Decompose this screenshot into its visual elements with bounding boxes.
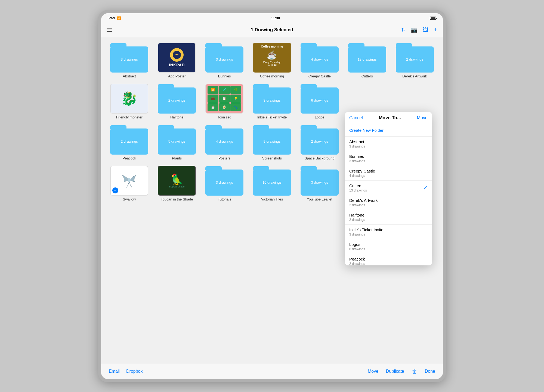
folder-icon: 5 drawings	[158, 125, 196, 155]
folder-icon: 3 drawings	[253, 84, 291, 114]
list-item[interactable]: 4 drawings Posters	[203, 125, 246, 160]
folder-icon: 3 drawings	[205, 166, 243, 196]
selection-check: ✓	[112, 187, 118, 193]
volume-down-button[interactable]	[98, 59, 99, 64]
thumbnail: Coffee morning ☕ Every Thursday,10 till …	[253, 43, 291, 73]
list-item[interactable]: 🦜 tropical shade Toucan in the Shade	[155, 166, 199, 201]
list-item[interactable]: 3 drawings Inkie's Ticket Invite	[251, 84, 294, 119]
list-item[interactable]: 📶 🧪 🌿 💼 📋 💡 ☕ 🍺 🐾 Icon set	[203, 84, 246, 119]
move-button[interactable]: Move	[368, 369, 378, 374]
list-item[interactable]: 2 drawings Derek's Artwork	[393, 43, 436, 78]
list-item[interactable]: 3 drawings Bunnies	[203, 43, 246, 78]
volume-up-button[interactable]	[98, 51, 99, 56]
clock: 11:38	[271, 16, 280, 20]
list-item[interactable]: 3 drawings YouTube Leaflet	[298, 166, 341, 201]
popup-list-item[interactable]: Abstract 3 drawings	[345, 137, 432, 151]
battery-icon	[430, 17, 436, 20]
folder-icon: 2 drawings	[158, 84, 196, 114]
trash-icon[interactable]: 🗑	[412, 368, 417, 375]
create-new-folder-button[interactable]: Create New Folder	[345, 124, 432, 137]
status-bar: iPad 📶 11:38	[101, 13, 443, 23]
thumbnail-selected: ✓	[110, 166, 148, 196]
list-item[interactable]: 4 drawings Creepy Castle	[298, 43, 341, 78]
main-content: 3 drawings Abstract ✒ INKPAD	[101, 37, 443, 364]
popup-list-item[interactable]: Inkie's Ticket Invite 3 drawings	[345, 225, 432, 239]
list-item[interactable]: 2 drawings Peacock	[108, 125, 151, 160]
list-item[interactable]: 10 drawings Victorian Tiles	[251, 166, 294, 201]
svg-point-0	[128, 178, 131, 182]
duplicate-button[interactable]: Duplicate	[386, 369, 404, 374]
ipad-frame: iPad 📶 11:38 1 Drawing Selected ⇅ 📷 🖼 +	[98, 10, 446, 382]
list-item[interactable]: 6 drawings Logos	[298, 84, 341, 119]
add-icon[interactable]: +	[434, 26, 437, 33]
main-toolbar: 1 Drawing Selected ⇅ 📷 🖼 +	[101, 23, 443, 37]
popup-list-item[interactable]: Derek's Artwork 2 drawings	[345, 195, 432, 210]
dropbox-button[interactable]: Dropbox	[126, 369, 143, 374]
thumbnail: 📶 🧪 🌿 💼 📋 💡 ☕ 🍺 🐾	[205, 84, 243, 114]
list-item[interactable]: Coffee morning ☕ Every Thursday,10 till …	[251, 43, 294, 78]
folder-icon: 10 drawings	[253, 166, 291, 196]
popup-list: Create New Folder Abstract 3 drawings Bu…	[345, 124, 432, 265]
move-to-popup: Cancel Move To... Move Create New Folder…	[345, 112, 432, 265]
thumbnail: 🦜 tropical shade	[158, 166, 196, 196]
power-button[interactable]	[444, 189, 446, 203]
list-item[interactable]: 13 drawings Critters	[345, 43, 389, 78]
folder-icon: 9 drawings	[253, 125, 291, 155]
popup-list-item[interactable]: Peacock 2 drawings	[345, 254, 432, 265]
popup-header: Cancel Move To... Move	[345, 112, 432, 124]
list-item[interactable]: 🐉 Friendly monster	[108, 84, 151, 119]
popup-cancel-button[interactable]: Cancel	[349, 115, 363, 120]
folder-icon: 13 drawings	[348, 43, 386, 73]
sort-icon[interactable]: ⇅	[401, 27, 405, 33]
list-item[interactable]: ✓ Swallow	[108, 166, 151, 201]
list-item[interactable]: ✒ INKPAD App Poster	[155, 43, 199, 78]
popup-title: Move To...	[379, 115, 401, 121]
list-item[interactable]: 9 drawings Screenshots	[251, 125, 294, 160]
thumbnail: ✒ INKPAD	[158, 43, 196, 73]
popup-list-item[interactable]: Bunnies 3 drawings	[345, 151, 432, 166]
popup-list-item[interactable]: Halftone 2 drawings	[345, 210, 432, 225]
list-item[interactable]: 5 drawings Plants	[155, 125, 199, 160]
folder-icon: 3 drawings	[301, 166, 339, 196]
menu-button[interactable]	[107, 28, 112, 32]
folder-icon: 2 drawings	[301, 125, 339, 155]
ipad-label: iPad	[108, 16, 115, 20]
list-item[interactable]: 2 drawings Space Background	[298, 125, 341, 160]
checkmark-icon: ✓	[424, 185, 428, 191]
folder-icon: 3 drawings	[110, 43, 148, 73]
folder-icon: 2 drawings	[396, 43, 434, 73]
thumbnail: 🐉	[110, 84, 148, 114]
popup-list-item[interactable]: Logos 6 drawings	[345, 239, 432, 254]
list-item[interactable]: 2 drawings Halftone	[155, 84, 199, 119]
popup-list-item[interactable]: Creepy Castle 4 drawings	[345, 166, 432, 181]
wifi-icon: 📶	[117, 16, 121, 20]
email-button[interactable]: Email	[109, 369, 120, 374]
folder-icon: 4 drawings	[301, 43, 339, 73]
popup-list-item-selected[interactable]: Critters 13 drawings ✓	[345, 181, 432, 195]
image-icon[interactable]: 🖼	[423, 27, 428, 33]
folder-icon: 4 drawings	[205, 125, 243, 155]
folder-icon: 6 drawings	[301, 84, 339, 114]
popup-move-button[interactable]: Move	[417, 115, 428, 120]
bottom-toolbar: Email Dropbox Move Duplicate 🗑 Done	[101, 364, 443, 379]
folder-icon: 3 drawings	[205, 43, 243, 73]
camera-icon[interactable]: 📷	[411, 27, 418, 33]
folder-icon: 2 drawings	[110, 125, 148, 155]
list-item[interactable]: 3 drawings Tutorials	[203, 166, 246, 201]
page-title: 1 Drawing Selected	[251, 27, 293, 33]
done-button[interactable]: Done	[425, 369, 435, 374]
list-item[interactable]: 3 drawings Abstract	[108, 43, 151, 78]
